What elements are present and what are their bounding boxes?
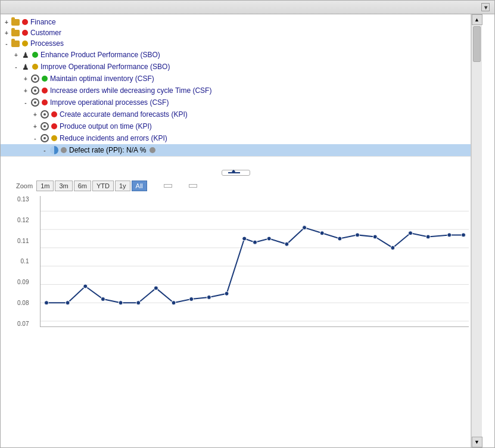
tree-item-label: Increase orders while decreasing cycle T… [50,86,211,95]
status-dot [32,64,38,70]
chess-icon: ♟ [21,62,30,71]
tree-item[interactable]: +Create accurate demand forecasts (KPI) [1,108,471,120]
tree-item[interactable]: +Finance [1,17,471,27]
content-area: +Finance+Customer-Processes+♟Enhance Pro… [1,14,494,447]
status-dot-secondary [150,147,155,153]
svg-point-25 [356,233,360,237]
svg-point-9 [83,284,88,288]
tree-item[interactable]: -Processes [1,38,471,49]
target-icon [30,74,40,83]
tree-item[interactable]: +Customer [1,27,471,38]
status-dot [42,76,48,82]
status-dot [42,99,48,105]
expand-btn[interactable]: - [3,40,10,47]
svg-point-14 [172,301,176,305]
status-dot [51,135,57,141]
expand-btn[interactable]: + [32,123,39,130]
tree-item-label: Processes [30,39,64,48]
tree-item-label: Enhance Product Performance (SBO) [41,51,160,59]
status-dot [61,147,67,153]
from-date-input[interactable] [164,184,172,188]
target-icon [30,86,40,95]
tree-item[interactable]: +♟Enhance Product Performance (SBO) [1,49,471,61]
scroll-down-btn[interactable]: ▼ [472,437,482,447]
folder-icon [11,30,20,36]
scroll-track[interactable] [472,25,482,437]
tree-item[interactable]: -Improve operational processes (CSF) [1,97,471,108]
target-icon [40,122,49,131]
expand-btn[interactable]: - [13,63,20,70]
svg-point-22 [303,226,307,230]
svg-point-27 [391,245,395,250]
title-bar: ▾ [1,1,494,14]
tree-item-label: Reduce incidents and errors (KPI) [60,134,167,142]
tree-item-label: Create accurate demand forecasts (KPI) [60,110,188,119]
expand-btn[interactable]: - [32,135,39,142]
tree-item[interactable]: +Increase orders while decreasing cycle … [1,85,471,97]
zoom-btn-3m[interactable]: 3m [55,181,72,191]
tree-panel: +Finance+Customer-Processes+♟Enhance Pro… [1,14,471,447]
status-dot [51,123,57,129]
expand-btn[interactable]: - [41,147,48,154]
target-icon [40,110,49,119]
svg-point-13 [154,286,158,290]
tree-item-label: Produce output on time (KPI) [60,122,152,130]
svg-point-23 [320,231,324,235]
svg-point-28 [409,231,413,235]
zoom-btn-1y[interactable]: 1y [115,181,130,191]
status-dot [22,19,28,25]
window-menu-btn[interactable]: ▾ [481,3,490,11]
scroll-up-btn[interactable]: ▲ [472,14,482,25]
status-dot [32,52,38,58]
tree-item[interactable]: -Defect rate (PPI): N/A % [1,144,471,156]
tree-item[interactable]: -Reduce incidents and errors (KPI) [1,132,471,144]
tree-item[interactable]: -♟Improve Operational Performance (SBO) [1,61,471,73]
tree-item[interactable]: +Maintain optimal inventory (CSF) [1,73,471,85]
svg-point-26 [373,235,377,239]
tree-item[interactable]: +Produce output on time (KPI) [1,120,471,132]
svg-point-10 [101,297,105,301]
to-date-input[interactable] [189,184,197,188]
svg-point-31 [462,233,466,237]
expand-btn[interactable]: + [22,87,29,94]
target-icon [40,133,49,143]
expand-btn[interactable]: + [3,18,10,26]
scrollbar: ▲ ▼ [471,14,482,447]
zoom-btn-all[interactable]: All [132,181,147,191]
expand-btn[interactable]: + [32,111,39,118]
svg-point-8 [66,301,70,305]
expand-btn[interactable]: + [3,29,10,36]
expand-btn[interactable]: + [13,51,20,58]
folder-icon [11,41,20,47]
chart-legend [16,170,455,176]
zoom-btn-1m[interactable]: 1m [36,181,54,191]
expand-btn[interactable]: + [22,75,29,82]
chart-controls: Zoom 1m3m6mYTD1yAll [16,181,455,191]
svg-point-17 [225,291,229,295]
svg-point-12 [136,301,141,305]
zoom-btn-ytd[interactable]: YTD [92,181,114,191]
zoom-label: Zoom [16,182,33,189]
y-axis-labels: 0.130.120.110.10.090.080.07 [17,196,29,327]
y-axis-label: 0.07 [17,321,29,327]
tree-item-label: Customer [30,29,61,37]
svg-point-29 [426,235,430,239]
y-axis-label: 0.1 [17,258,29,265]
tree-container: +Finance+Customer-Processes+♟Enhance Pro… [1,17,471,156]
main-window: ▾ +Finance+Customer-Processes+♟Enhance P… [0,0,495,448]
expand-btn[interactable]: - [22,99,29,106]
tree-item-label: Defect rate (PPI): N/A % [69,146,146,154]
svg-point-15 [189,297,194,301]
svg-point-30 [447,233,452,237]
detail-panel: Zoom 1m3m6mYTD1yAll 0.130.120.110.10.090… [1,156,471,339]
svg-point-18 [242,237,247,241]
svg-point-19 [253,240,257,244]
scroll-thumb[interactable] [473,26,481,62]
chart-area: 0.130.120.110.10.090.080.07 [40,196,455,327]
chart-container: Zoom 1m3m6mYTD1yAll 0.130.120.110.10.090… [10,170,461,333]
status-dot [22,30,28,36]
y-axis-label: 0.11 [17,238,29,244]
folder-icon [11,19,20,26]
y-axis-label: 0.09 [17,279,29,285]
zoom-btn-6m[interactable]: 6m [74,181,91,191]
